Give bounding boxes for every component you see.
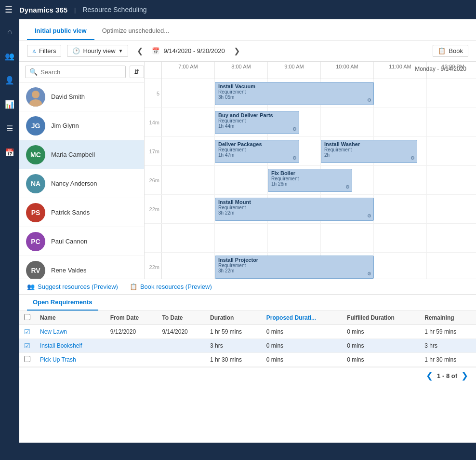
- event-icon-4: ⚙: [345, 184, 350, 189]
- schedule-area: 🔍 ⇵ David Smith JG Jim Glynn: [19, 62, 476, 279]
- th-name: Name: [35, 311, 106, 325]
- filters-button[interactable]: ⍋ Filters: [27, 45, 61, 57]
- td-name-1[interactable]: New Lawn: [35, 325, 106, 339]
- avatar-nancy-anderson: NA: [26, 174, 45, 193]
- search-box[interactable]: 🔍: [25, 66, 126, 78]
- book-label: Book: [449, 47, 463, 54]
- row-cells-2: Deliver Packages Requirement 1h 47m ⚙ In…: [162, 137, 476, 165]
- book-resources-label: Book resources (Preview): [140, 283, 212, 290]
- resource-search-bar: 🔍 ⇵: [19, 62, 144, 82]
- date-next-button[interactable]: ❯: [231, 45, 243, 56]
- table-row: ☑ New Lawn 9/12/2020 9/14/2020 1 hr 59 m…: [19, 325, 476, 339]
- time-label-10am: 10:00 AM: [321, 62, 374, 79]
- th-to-date: To Date: [157, 311, 205, 325]
- sidebar-icon-calendar[interactable]: 📅: [2, 145, 17, 160]
- avatar-maria-campbell: MC: [26, 145, 45, 164]
- resource-list: David Smith JG Jim Glynn MC Maria Campbe…: [19, 82, 144, 279]
- sidebar-icon-reports[interactable]: 📊: [2, 96, 17, 112]
- filters-label: Filters: [39, 47, 56, 54]
- resource-name-david-smith: David Smith: [51, 93, 85, 100]
- td-name-2[interactable]: Install Bookshelf: [35, 339, 106, 353]
- hamburger-icon[interactable]: ☰: [5, 4, 13, 15]
- chevron-down-icon: ▼: [119, 48, 123, 54]
- time-header: 7:00 AM 8:00 AM 9:00 AM 10:00 AM 11:00 A…: [145, 62, 476, 79]
- td-dur-3: 1 hr 30 mins: [205, 353, 262, 367]
- calendar-row-patrick-sands: 22m Install Mount Re: [145, 195, 476, 224]
- th-remaining: Remaining: [420, 311, 476, 325]
- td-to-2: [157, 339, 205, 353]
- th-proposed-duration[interactable]: Proposed Durati...: [262, 311, 342, 325]
- date-prev-button[interactable]: ❮: [134, 45, 146, 56]
- calendar-row-david-smith: 5 Install Vacuum Req: [145, 79, 476, 108]
- tab-optimize-unscheduled[interactable]: Optimize unscheduled...: [94, 22, 177, 40]
- calendar-body[interactable]: 5 Install Vacuum Req: [145, 79, 476, 279]
- row-cells-0: Install Vacuum Requirement 3h 05m ⚙ Fix …: [162, 79, 476, 108]
- calendar-row-rene-valdes: 22m Install Projector: [145, 253, 476, 279]
- hourly-view-button[interactable]: 🕑 Hourly view ▼: [67, 45, 128, 57]
- event-icon-0: ⚙: [367, 97, 371, 103]
- sidebar-icon-users[interactable]: 👥: [2, 48, 17, 64]
- td-prop-1: 0 mins: [262, 325, 342, 339]
- sidebar-icon-home[interactable]: ⌂: [2, 24, 17, 40]
- row-checkbox-3[interactable]: [24, 356, 30, 362]
- td-to-1: 9/14/2020: [157, 325, 205, 339]
- sidebar-icon-person[interactable]: 👤: [2, 72, 17, 88]
- resource-item-jim-glynn[interactable]: JG Jim Glynn: [19, 111, 144, 140]
- event-deliver-packages[interactable]: Deliver Packages Requirement 1h 47m ⚙: [215, 140, 299, 163]
- td-remain-2: 3 hrs: [420, 339, 476, 353]
- resource-name-paul-cannon: Paul Cannon: [51, 238, 87, 245]
- module-name: Resource Scheduling: [82, 6, 146, 14]
- resource-item-patrick-sands[interactable]: PS Patrick Sands: [19, 198, 144, 227]
- book-resources-button[interactable]: 📋 Book resources (Preview): [130, 283, 212, 290]
- td-prop-3: 0 mins: [262, 353, 342, 367]
- filter-icon: ⍋: [32, 47, 36, 54]
- book-button[interactable]: 📋 Book: [433, 45, 468, 57]
- suggest-label: Suggest resources (Preview): [38, 283, 118, 290]
- calendar-panel: 7:00 AM 8:00 AM 9:00 AM 10:00 AM 11:00 A…: [145, 62, 476, 279]
- date-range-text: 9/14/2020 - 9/20/2020: [163, 47, 225, 54]
- event-buy-deliver-parts[interactable]: Buy and Deliver Parts Requirement 1h 44m…: [215, 111, 299, 134]
- tab-initial-public-view[interactable]: Initial public view: [27, 22, 94, 40]
- event-install-mount[interactable]: Install Mount Requirement 3h 22m ⚙: [215, 198, 374, 221]
- row-offset-4: 22m: [145, 195, 162, 223]
- resource-item-david-smith[interactable]: David Smith: [19, 82, 144, 111]
- sidebar-icon-list[interactable]: ☰: [2, 121, 17, 136]
- td-prop-2: 0 mins: [262, 339, 342, 353]
- resource-name-jim-glynn: Jim Glynn: [51, 122, 79, 129]
- resource-name-rene-valdes: Rene Valdes: [51, 267, 86, 274]
- resource-name-patrick-sands: Patrick Sands: [51, 209, 90, 216]
- resource-item-nancy-anderson[interactable]: NA Nancy Anderson: [19, 169, 144, 198]
- td-check-3: [19, 353, 35, 367]
- sort-button[interactable]: ⇵: [130, 66, 144, 78]
- table-row: ☑ Install Bookshelf 3 hrs 0 mins 0 mins …: [19, 339, 476, 353]
- row-offset-1: 14m: [145, 108, 162, 136]
- td-to-3: [157, 353, 205, 367]
- search-input[interactable]: [40, 68, 121, 76]
- event-install-projector[interactable]: Install Projector Requirement 3h 22m ⚙: [215, 256, 374, 279]
- resource-item-rene-valdes[interactable]: RV Rene Valdes: [19, 256, 144, 279]
- requirements-panel: Open Requirements Name From Date To Date…: [19, 295, 476, 384]
- page-next-button[interactable]: ❯: [461, 370, 468, 381]
- suggest-resources-button[interactable]: 👥 Suggest resources (Preview): [27, 283, 118, 290]
- pagination-bar: ❮ 1 - 8 of ❯: [19, 367, 476, 384]
- select-all-checkbox[interactable]: [24, 314, 30, 320]
- resource-item-maria-campbell[interactable]: MC Maria Campbell: [19, 140, 144, 169]
- clock-icon: 🕑: [72, 47, 80, 54]
- th-checkbox: [19, 311, 35, 325]
- page-prev-button[interactable]: ❮: [426, 370, 433, 381]
- calendar-rows: 5 Install Vacuum Req: [145, 79, 476, 279]
- event-fix-boiler[interactable]: Fix Boiler Requirement 1h 26m ⚙: [268, 169, 352, 192]
- requirements-table: Name From Date To Date Duration Proposed…: [19, 311, 476, 367]
- page-info: 1 - 8 of: [437, 372, 457, 379]
- tab-open-requirements[interactable]: Open Requirements: [27, 295, 98, 311]
- td-from-2: [106, 339, 158, 353]
- brand-name: Dynamics 365: [19, 6, 67, 14]
- book-icon: 📋: [438, 47, 446, 54]
- event-install-vacuum[interactable]: Install Vacuum Requirement 3h 05m ⚙: [215, 82, 374, 105]
- event-install-washer[interactable]: Install Washer Requirement 2h ⚙: [321, 140, 417, 163]
- resource-item-paul-cannon[interactable]: PC Paul Cannon: [19, 227, 144, 256]
- td-name-3[interactable]: Pick Up Trash: [35, 353, 106, 367]
- top-nav: ☰ Dynamics 365 | Resource Scheduling: [0, 0, 476, 19]
- row-offset-5: [145, 224, 162, 252]
- row-offset-0: 5: [145, 79, 162, 108]
